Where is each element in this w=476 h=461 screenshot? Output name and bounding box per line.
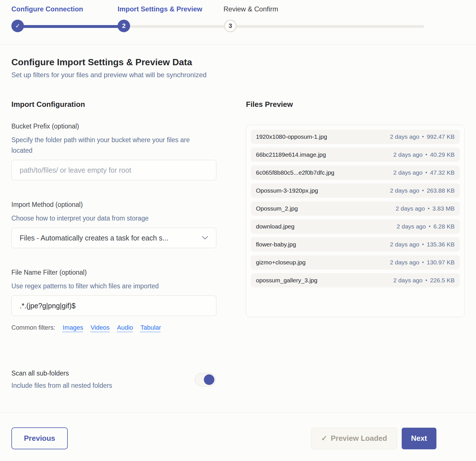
scan-subfolders-texts: Scan all sub-folders Include files from … xyxy=(11,370,112,389)
bullet-separator: • xyxy=(425,170,427,176)
common-filters-label: Common filters: xyxy=(11,324,55,331)
previous-button[interactable]: Previous xyxy=(11,427,68,449)
import-method-description: Choose how to interpret your data from s… xyxy=(11,213,211,224)
preview-loaded-label: Preview Loaded xyxy=(331,434,387,443)
file-name: 1920x1080-opposum-1.jpg xyxy=(256,133,327,140)
step-label-configure-connection[interactable]: Configure Connection xyxy=(11,5,83,13)
file-meta: 2 days ago • 992.47 KB xyxy=(390,133,455,140)
import-method-selected-value: Files - Automatically creates a task for… xyxy=(20,234,168,242)
file-meta: 2 days ago • 47.32 KB xyxy=(393,169,455,176)
file-meta: 2 days ago • 135.36 KB xyxy=(390,241,455,248)
file-size: 135.36 KB xyxy=(427,241,455,248)
check-icon: ✓ xyxy=(15,23,20,29)
file-name-filter-input[interactable] xyxy=(11,295,216,316)
bullet-separator: • xyxy=(422,242,424,248)
file-size: 992.47 KB xyxy=(427,133,455,140)
import-method-label: Import Method (optional) xyxy=(11,201,216,209)
step-circle-2[interactable]: 2 xyxy=(118,20,130,32)
file-meta: 2 days ago • 226.5 KB xyxy=(393,277,455,284)
file-modified: 2 days ago xyxy=(390,241,419,248)
file-modified: 2 days ago xyxy=(390,133,419,140)
filter-link-audio[interactable]: Audio xyxy=(117,324,133,331)
file-row: flower-baby.jpg 2 days ago • 135.36 KB xyxy=(251,237,460,252)
step-number-3: 3 xyxy=(229,22,232,30)
bullet-separator: • xyxy=(428,206,429,212)
footer-right-group: ✓ Preview Loaded Next xyxy=(311,428,436,449)
file-name: opossum_gallery_3.jpg xyxy=(256,277,317,284)
import-configuration-section: Import Configuration Bucket Prefix (opti… xyxy=(11,100,216,389)
file-modified: 2 days ago xyxy=(390,259,419,266)
wizard-body: Configure Import Settings & Preview Data… xyxy=(0,57,476,389)
file-row: opossum_gallery_3.jpg 2 days ago • 226.5… xyxy=(251,273,460,287)
stepper-progress-line-pending-1 xyxy=(124,25,230,28)
files-preview-card: 1920x1080-opposum-1.jpg 2 days ago • 992… xyxy=(246,125,465,317)
file-name-filter-description: Use regex patterns to filter which files… xyxy=(11,281,211,291)
stepper-progress-line-pending-2 xyxy=(230,25,424,28)
file-name: 66bc21189e614.image.jpg xyxy=(256,151,326,158)
file-name: Opossum-3-1920px.jpg xyxy=(256,187,318,194)
stepper-progress-line-complete xyxy=(17,25,124,28)
file-name: Opossum_2.jpg xyxy=(256,205,298,212)
file-name: 6c065f8b80c5...e2f0b7dfc.jpg xyxy=(256,169,335,176)
file-modified: 2 days ago xyxy=(393,151,423,158)
filter-link-tabular[interactable]: Tabular xyxy=(140,324,161,331)
file-modified: 2 days ago xyxy=(393,169,423,176)
preview-loaded-button[interactable]: ✓ Preview Loaded xyxy=(311,428,397,449)
file-meta: 2 days ago • 3.83 MB xyxy=(396,205,455,212)
file-size: 6.28 KB xyxy=(433,223,455,230)
page-title: Configure Import Settings & Preview Data xyxy=(11,57,465,68)
check-icon: ✓ xyxy=(321,434,327,443)
files-preview-heading: Files Preview xyxy=(246,100,465,109)
file-row: 6c065f8b80c5...e2f0b7dfc.jpg 2 days ago … xyxy=(251,166,460,180)
wizard-stepper: Configure Connection Import Settings & P… xyxy=(0,0,476,44)
file-name: flower-baby.jpg xyxy=(256,241,296,248)
scan-subfolders-label: Scan all sub-folders xyxy=(11,370,112,377)
toggle-knob xyxy=(204,374,214,385)
file-size: 263.88 KB xyxy=(427,187,455,194)
scan-subfolders-row: Scan all sub-folders Include files from … xyxy=(11,370,216,389)
step-circle-3[interactable]: 3 xyxy=(224,20,237,32)
files-preview-list: 1920x1080-opposum-1.jpg 2 days ago • 992… xyxy=(251,130,460,287)
bullet-separator: • xyxy=(425,278,427,283)
file-meta: 2 days ago • 130.97 KB xyxy=(390,259,455,266)
file-modified: 2 days ago xyxy=(390,187,419,194)
import-configuration-heading: Import Configuration xyxy=(11,100,216,109)
wizard-footer: Previous ✓ Preview Loaded Next xyxy=(0,412,476,449)
scan-subfolders-description: Include files from all nested folders xyxy=(11,382,112,389)
bucket-prefix-input[interactable] xyxy=(11,160,216,180)
files-preview-section: Files Preview 1920x1080-opposum-1.jpg 2 … xyxy=(246,100,465,389)
bullet-separator: • xyxy=(425,152,427,158)
file-modified: 2 days ago xyxy=(397,223,426,230)
file-modified: 2 days ago xyxy=(393,277,423,284)
file-name: gizmo+closeup.jpg xyxy=(256,259,306,266)
file-modified: 2 days ago xyxy=(396,205,425,212)
file-name: download.jpeg xyxy=(256,223,294,230)
bullet-separator: • xyxy=(429,224,430,230)
step-number-2: 2 xyxy=(122,22,126,30)
import-method-select[interactable]: Files - Automatically creates a task for… xyxy=(11,228,216,248)
bucket-prefix-label: Bucket Prefix (optional) xyxy=(11,123,216,130)
file-size: 47.32 KB xyxy=(430,169,455,176)
file-row: 1920x1080-opposum-1.jpg 2 days ago • 992… xyxy=(251,130,460,144)
step-circle-1[interactable]: ✓ xyxy=(11,20,24,32)
chevron-down-icon xyxy=(202,236,208,240)
step-label-import-settings[interactable]: Import Settings & Preview xyxy=(118,5,202,13)
step-label-review-confirm[interactable]: Review & Confirm xyxy=(223,5,278,13)
file-size: 130.97 KB xyxy=(427,259,455,266)
page-subtitle: Set up filters for your files and previe… xyxy=(11,71,465,79)
file-row: Opossum_2.jpg 2 days ago • 3.83 MB xyxy=(251,201,460,216)
next-button[interactable]: Next xyxy=(402,428,436,449)
file-meta: 2 days ago • 263.88 KB xyxy=(390,187,455,194)
bucket-prefix-description: Specify the folder path within your buck… xyxy=(11,135,211,156)
file-row: Opossum-3-1920px.jpg 2 days ago • 263.88… xyxy=(251,183,460,198)
file-size: 226.5 KB xyxy=(430,277,455,284)
file-meta: 2 days ago • 6.28 KB xyxy=(397,223,455,230)
file-size: 40.29 KB xyxy=(430,151,455,158)
filter-link-videos[interactable]: Videos xyxy=(91,324,110,331)
common-filters-row: Common filters: Images Videos Audio Tabu… xyxy=(11,324,216,331)
filter-link-images[interactable]: Images xyxy=(63,324,83,331)
bullet-separator: • xyxy=(422,260,424,266)
bullet-separator: • xyxy=(422,134,424,140)
scan-subfolders-toggle[interactable] xyxy=(195,373,216,386)
file-row: gizmo+closeup.jpg 2 days ago • 130.97 KB xyxy=(251,255,460,270)
